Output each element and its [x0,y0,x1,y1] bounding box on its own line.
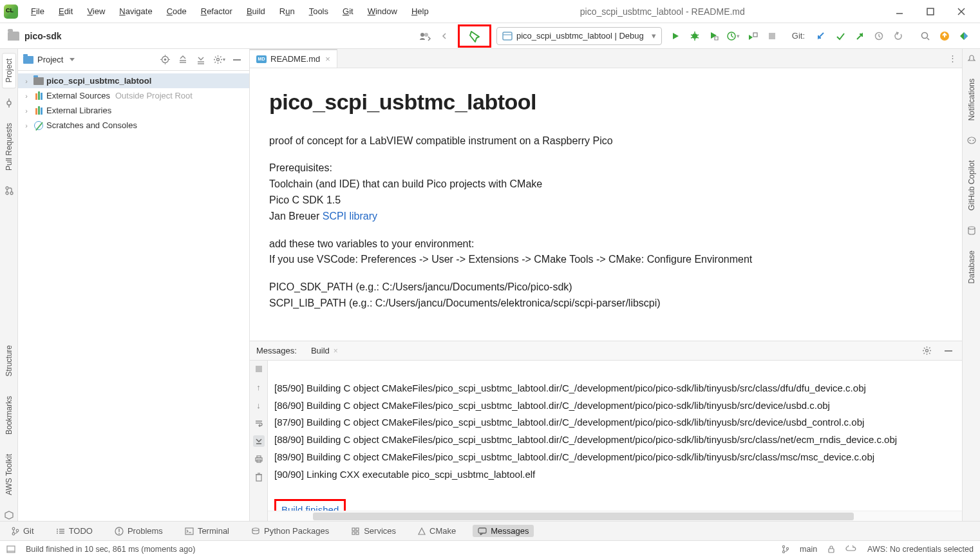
locate-icon[interactable] [158,53,172,67]
messages-output[interactable]: [85/90] Building C object CMakeFiles/pic… [268,361,962,511]
debug-button[interactable] [686,28,703,44]
status-aws[interactable]: AWS: No credentials selected [867,545,974,554]
bottom-terminal[interactable]: Terminal [180,525,234,537]
bottom-messages[interactable]: Messages [473,525,534,537]
menu-edit[interactable]: Edit [52,4,79,19]
copilot-stripe-icon[interactable] [966,135,977,146]
tab-bookmarks[interactable]: Bookmarks [3,391,15,440]
breadcrumb-project[interactable]: pico-sdk [24,31,62,41]
menu-refactor[interactable]: Refactor [194,4,239,19]
close-tab-icon[interactable]: × [334,346,338,355]
tree-chevron-icon[interactable]: › [22,122,31,129]
delete-icon[interactable] [253,471,265,483]
editor-tab-overflow[interactable]: ⋮ [943,49,962,68]
tab-pull-requests[interactable]: Pull Requests [3,118,15,176]
tree-external-sources[interactable]: › External Sources Outside Project Root [18,88,249,103]
status-branch[interactable]: main [800,545,817,554]
tree-chevron-icon[interactable]: › [22,77,31,85]
minimize-button[interactable] [890,2,909,21]
scrollbar-thumb[interactable] [313,513,854,520]
ide-updates-icon[interactable] [936,28,953,44]
bottom-problems[interactable]: Problems [109,525,168,537]
soft-wrap-icon[interactable] [253,417,265,429]
project-tree[interactable]: › pico_scpi_usbtmc_labtool › External So… [18,71,249,521]
collapse-all-icon[interactable] [194,53,208,67]
tab-notifications[interactable]: Notifications [965,73,978,126]
gear-icon[interactable] [919,344,934,358]
bell-icon[interactable] [966,53,977,64]
menu-window[interactable]: Window [361,4,404,19]
status-bar-toggle-icon[interactable] [6,545,15,553]
menu-tools[interactable]: Tools [303,4,335,19]
search-icon[interactable] [917,28,934,44]
aws-stripe-icon[interactable] [3,509,15,521]
bottom-python-packages[interactable]: Python Packages [246,525,334,537]
menu-run[interactable]: Run [273,4,301,19]
bottom-services[interactable]: Services [346,525,401,537]
tree-external-libraries[interactable]: › External Libraries [18,103,249,118]
aws-status-icon[interactable] [845,545,857,553]
tab-github-copilot[interactable]: GitHub Copilot [965,155,978,216]
menu-view[interactable]: View [80,4,111,19]
lock-icon[interactable] [827,545,835,553]
svg-point-47 [925,350,928,352]
bottom-cmake[interactable]: CMake [413,525,461,537]
project-header: Project ▾ [18,49,249,71]
code-with-me-icon[interactable] [417,28,433,44]
svg-rect-1 [927,8,934,15]
menu-help[interactable]: Help [405,4,435,19]
build-button[interactable] [466,28,483,44]
bottom-todo[interactable]: TODO [51,525,98,537]
messages-hscroll[interactable] [268,511,962,521]
menu-code[interactable]: Code [160,4,193,19]
git-commit-icon[interactable] [832,28,849,44]
tree-scratches[interactable]: › Scratches and Consoles [18,118,249,133]
run-button[interactable] [667,28,684,44]
git-push-icon[interactable] [851,28,868,44]
up-icon[interactable]: ↑ [253,381,265,393]
project-header-title[interactable]: Project [37,55,63,64]
print-icon[interactable] [253,453,265,465]
menu-navigate[interactable]: Navigate [113,4,158,19]
tab-aws-toolkit[interactable]: AWS Toolkit [3,449,15,500]
tree-chevron-icon[interactable]: › [22,107,31,115]
maximize-button[interactable] [921,2,940,21]
menu-git[interactable]: Git [336,4,360,19]
git-history-icon[interactable] [871,28,887,44]
coverage-button[interactable] [706,28,722,44]
messages-tab-build[interactable]: Build × [305,343,344,358]
editor-tab-readme[interactable]: README.md × [250,49,337,68]
branch-icon[interactable] [782,545,789,554]
scroll-to-end-icon[interactable] [253,435,265,447]
run-config-select[interactable]: pico_scpi_usbtmc_labtool | Debug ▾ [496,27,662,45]
menu-file[interactable]: File [24,4,51,19]
gear-icon[interactable]: ▾ [212,53,226,67]
profile-button[interactable]: ▾ [725,28,742,44]
tree-root[interactable]: › pico_scpi_usbtmc_labtool [18,73,249,88]
stop-build-icon[interactable] [253,363,265,375]
database-stripe-icon[interactable] [966,225,977,236]
git-rollback-icon[interactable] [890,28,907,44]
scpi-library-link[interactable]: SCPI library [323,211,377,222]
attach-button[interactable] [744,28,761,44]
tab-structure[interactable]: Structure [3,340,15,382]
tab-database[interactable]: Database [965,245,978,288]
pull-request-stripe-icon[interactable] [3,185,15,196]
bottom-git[interactable]: Git [6,525,39,537]
hide-panel-icon[interactable] [941,344,956,358]
tab-project[interactable]: Project [2,53,16,88]
menu-build[interactable]: Build [240,4,272,19]
editor-body[interactable]: pico_scpi_usbtmc_labtool proof of concep… [250,68,962,341]
down-icon[interactable]: ↓ [253,399,265,411]
stop-button[interactable] [764,28,780,44]
expand-all-icon[interactable] [176,53,190,67]
chevron-down-icon[interactable] [70,58,75,61]
tree-chevron-icon[interactable]: › [22,92,31,100]
git-update-icon[interactable] [813,28,829,44]
jetbrains-toolbox-icon[interactable] [956,28,972,44]
close-button[interactable] [952,2,971,21]
vcs-refresh-icon[interactable] [436,28,453,44]
commit-stripe-icon[interactable] [3,97,15,109]
close-tab-icon[interactable]: × [325,54,330,64]
hide-panel-icon[interactable] [230,53,244,67]
